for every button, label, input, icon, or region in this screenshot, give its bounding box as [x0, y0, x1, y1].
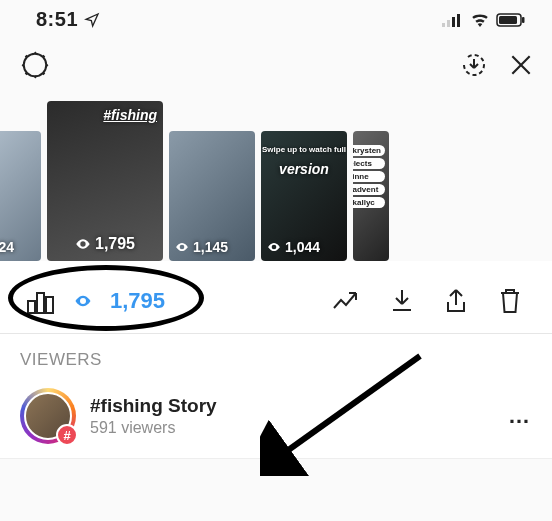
- more-options-icon[interactable]: …: [508, 403, 532, 429]
- story-stats-row: 1,795: [0, 261, 552, 334]
- story-view-count: 1,624: [0, 239, 14, 255]
- svg-rect-2: [452, 17, 455, 27]
- story-view-count-large[interactable]: 1,795: [110, 288, 165, 314]
- story-tag-stack: @krysten selects Winne @advent @kallyc: [353, 145, 385, 210]
- location-arrow-icon: [84, 12, 100, 28]
- share-icon[interactable]: [444, 287, 468, 315]
- svg-rect-10: [46, 297, 53, 313]
- ellipsis-label: …: [508, 403, 532, 428]
- story-thumbnail[interactable]: 1,624: [0, 131, 41, 261]
- story-tag: selects: [353, 158, 385, 169]
- story-view-count: 1,795: [95, 235, 135, 253]
- avatar: #: [20, 388, 76, 444]
- story-tag: @kallyc: [353, 197, 385, 208]
- svg-rect-8: [28, 301, 35, 313]
- story-thumbnail-selected[interactable]: #fishing 1,795: [47, 101, 163, 261]
- svg-rect-9: [37, 293, 44, 313]
- status-time: 8:51: [36, 8, 78, 31]
- eye-icon: [75, 236, 91, 252]
- story-thumbnail[interactable]: 1,145: [169, 131, 255, 261]
- download-icon[interactable]: [390, 288, 414, 314]
- status-bar: 8:51: [0, 0, 552, 35]
- story-thumbnail[interactable]: @krysten selects Winne @advent @kallyc: [353, 131, 389, 261]
- status-icons: [442, 13, 526, 27]
- stories-strip[interactable]: 1,624 #fishing 1,795 1,145 Swipe up to w…: [0, 91, 552, 261]
- svg-rect-1: [447, 20, 450, 27]
- svg-point-7: [24, 54, 47, 77]
- story-tag: Winne: [353, 171, 385, 182]
- battery-icon: [496, 13, 526, 27]
- story-top-actions: [0, 35, 552, 91]
- save-download-icon[interactable]: [458, 49, 490, 81]
- insights-arrow-icon[interactable]: [332, 290, 360, 312]
- status-time-area: 8:51: [36, 8, 100, 31]
- svg-rect-3: [457, 14, 460, 27]
- eye-icon: [175, 240, 189, 254]
- story-view-count: 1,044: [285, 239, 320, 255]
- svg-rect-5: [499, 16, 517, 24]
- story-thumbnail[interactable]: Swipe up to watch full version 1,044: [261, 131, 347, 261]
- eye-icon-blue: [74, 292, 92, 310]
- story-tag: @advent: [353, 184, 385, 195]
- trash-icon[interactable]: [498, 287, 522, 315]
- story-version-text: version: [261, 161, 347, 177]
- svg-rect-0: [442, 23, 445, 27]
- viewer-list-item[interactable]: # #fishing Story 591 viewers …: [0, 378, 552, 459]
- insights-chart-icon[interactable]: [26, 287, 56, 315]
- story-swipe-text: Swipe up to watch full: [261, 145, 347, 154]
- viewer-name: #fishing Story: [90, 395, 494, 417]
- cellular-signal-icon: [442, 13, 464, 27]
- close-icon[interactable]: [508, 52, 534, 78]
- eye-icon: [267, 240, 281, 254]
- story-tag: @krysten: [353, 145, 385, 156]
- viewer-subtext: 591 viewers: [90, 419, 494, 437]
- svg-rect-6: [522, 17, 525, 23]
- story-view-count: 1,145: [193, 239, 228, 255]
- gear-icon[interactable]: [20, 50, 50, 80]
- wifi-icon: [470, 13, 490, 27]
- story-overlay-text: #fishing: [103, 107, 157, 123]
- viewers-header: VIEWERS: [0, 334, 552, 378]
- hashtag-badge-icon: #: [56, 424, 78, 446]
